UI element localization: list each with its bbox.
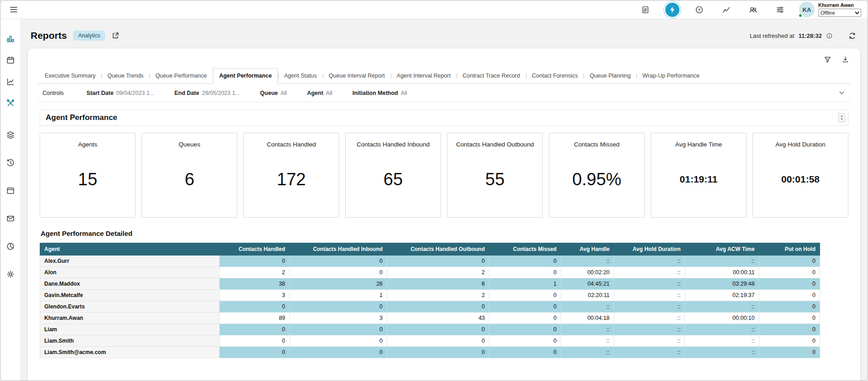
sliders-button[interactable] — [773, 3, 787, 17]
value-cell: 0 — [759, 313, 820, 324]
tab-contract-trace-record[interactable]: Contract Trace Record — [457, 68, 526, 84]
control-queue[interactable]: QueueAll — [260, 90, 287, 96]
kpi-label: Contacts Handled Inbound — [346, 141, 441, 148]
sidebar-item-window[interactable] — [4, 184, 17, 198]
analytics-badge: Analytics — [73, 31, 105, 41]
value-cell: 0 — [289, 335, 387, 347]
control-agent[interactable]: AgentAll — [307, 90, 332, 96]
sidebar-item-calendar[interactable] — [4, 53, 17, 67]
users-button[interactable] — [746, 3, 760, 17]
value-cell: 1 — [289, 290, 387, 301]
value-cell: 0 — [759, 256, 820, 267]
control-value: All — [326, 90, 332, 96]
tab-agent-interval-report[interactable]: Agent Interval Report — [391, 68, 457, 84]
tools-icon — [6, 99, 15, 108]
value-cell: 2 — [219, 267, 289, 278]
refresh-button[interactable] — [848, 31, 857, 40]
tab-agent-performance[interactable]: Agent Performance — [213, 68, 278, 84]
sidebar-item-line-chart[interactable] — [4, 75, 17, 89]
avatar[interactable]: KA — [799, 2, 815, 17]
kpi-card: Avg Hold Duration00:01:58 — [752, 133, 848, 218]
sidebar-item-bar-chart[interactable] — [4, 32, 17, 46]
column-header[interactable]: Contacts Missed — [489, 243, 561, 256]
control-initiation-method[interactable]: Initiation MethodAll — [352, 90, 407, 96]
control-end-date[interactable]: End Date29/05/2023 1... — [174, 90, 240, 96]
value-cell: :: — [561, 347, 614, 358]
app-window: ? KA Khurram Awan Offline Reports Analyt… — [0, 0, 868, 381]
tab-queue-planning[interactable]: Queue Planning — [584, 68, 637, 84]
value-cell: 2 — [387, 290, 489, 301]
status-select[interactable]: Offline — [818, 9, 861, 17]
kpi-label: Avg Hold Duration — [753, 141, 848, 148]
value-cell: 0 — [387, 301, 489, 313]
column-header[interactable]: Avg Handle — [561, 243, 614, 256]
control-value: 29/05/2023 1... — [202, 90, 240, 96]
lightning-icon — [668, 5, 677, 14]
tab-agent-status[interactable]: Agent Status — [278, 68, 323, 84]
value-cell: 0 — [489, 324, 561, 335]
kpi-label: Avg Handle Time — [651, 141, 746, 148]
kpi-card: Contacts Handled Inbound65 — [345, 133, 441, 218]
users-icon — [749, 5, 758, 14]
table-row: Glendon.Evarts0000::::::0 — [40, 301, 820, 313]
tab-wrap-up-performance[interactable]: Wrap-Up Performance — [637, 68, 705, 84]
download-button[interactable] — [842, 56, 849, 63]
refresh-icon — [848, 31, 857, 40]
line-chart-icon — [722, 5, 731, 14]
stepper-control[interactable]: ▲▼ — [838, 113, 845, 122]
controls-expand-button[interactable] — [838, 89, 846, 97]
kpi-card: Agents15 — [40, 133, 136, 218]
control-label: Agent — [307, 90, 323, 96]
tab-queue-performance[interactable]: Queue Performance — [149, 68, 213, 84]
value-cell: :: — [685, 301, 759, 313]
value-cell: 0 — [219, 324, 289, 335]
notes-icon — [641, 5, 650, 14]
value-cell: 6 — [387, 278, 489, 290]
value-cell: :: — [614, 347, 685, 358]
value-cell: :: — [561, 335, 614, 347]
lightning-button[interactable] — [665, 3, 679, 17]
value-cell: 00:00:10 — [685, 313, 759, 324]
agent-name-cell: Gavin.Metcalfe — [40, 290, 220, 301]
value-cell: 0 — [489, 347, 561, 358]
notes-button[interactable] — [638, 3, 652, 17]
value-cell: 0 — [387, 256, 489, 267]
value-cell: 0 — [289, 347, 387, 358]
refresh-info-button[interactable] — [826, 32, 833, 39]
kpi-value: 01:19:11 — [651, 174, 746, 185]
column-header[interactable]: Avg Hold Duration — [614, 243, 685, 256]
value-cell: 0 — [219, 335, 289, 347]
sidebar-item-mail[interactable] — [4, 212, 17, 225]
value-cell: :: — [614, 256, 685, 267]
tab-contact-forensics[interactable]: Contact Forensics — [526, 68, 584, 84]
control-start-date[interactable]: Start Date09/04/2023 1... — [87, 90, 154, 96]
table-row: Gavin.Metcalfe312002:20:11::02:19:370 — [40, 290, 820, 301]
sidebar-item-layers[interactable] — [4, 128, 17, 142]
sidebar-item-gear[interactable] — [4, 267, 17, 281]
column-header[interactable]: Avg ACW Time — [685, 243, 759, 256]
column-header[interactable]: Put on Hold — [759, 243, 820, 256]
tab-executive-summary[interactable]: Executive Summary — [39, 68, 101, 84]
sidebar-item-history[interactable] — [4, 156, 17, 170]
gear-icon — [6, 270, 15, 279]
sidebar-item-tools[interactable] — [4, 96, 17, 110]
agent-name-cell: Dane.Maddox — [40, 278, 220, 290]
hamburger-menu-button[interactable] — [7, 3, 21, 16]
sidebar-item-pie-chart[interactable] — [4, 240, 17, 253]
control-value: All — [401, 90, 407, 96]
control-label: Initiation Method — [352, 90, 398, 96]
value-cell: 0 — [387, 335, 489, 347]
line-chart-button[interactable] — [719, 3, 733, 17]
column-header[interactable]: Contacts Handled Outbound — [387, 243, 489, 256]
open-external-button[interactable] — [111, 31, 120, 40]
value-cell: :: — [614, 267, 685, 278]
tab-queue-trends[interactable]: Queue Trends — [101, 68, 149, 84]
layers-icon — [6, 130, 15, 140]
table-row: Dane.Maddox38266104:45:21::03:29:480 — [40, 278, 820, 290]
column-header[interactable]: Contacts Handled Inbound — [289, 243, 387, 256]
column-header[interactable]: Contacts Handled — [219, 243, 289, 256]
column-header[interactable]: Agent — [40, 243, 220, 256]
tab-queue-interval-report[interactable]: Queue Interval Report — [323, 68, 391, 84]
filter-button[interactable] — [824, 56, 831, 63]
help-button[interactable]: ? — [692, 3, 706, 17]
